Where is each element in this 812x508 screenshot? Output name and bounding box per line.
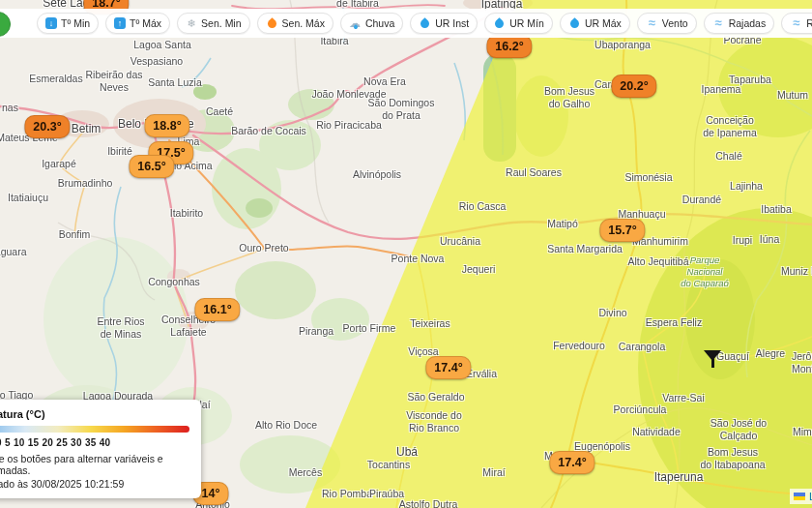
toolbar-button-label: UR Mín	[509, 17, 544, 29]
toolbar-button-rajadas-max[interactable]: Rajadas Max	[781, 13, 812, 34]
toolbar-button-rajadas[interactable]: Rajadas	[704, 13, 775, 34]
temperature-marker[interactable]: 15.7°	[599, 219, 645, 242]
toolbar-button-label: Rajadas Max	[806, 17, 812, 29]
toolbar-button-label: Sen. Máx	[282, 17, 325, 29]
rain-icon	[349, 17, 362, 29]
snow-icon	[186, 17, 197, 29]
drop-icon	[419, 17, 431, 30]
toolbar-button-vento[interactable]: Vento	[637, 13, 697, 34]
leaflet-flag-icon	[794, 493, 805, 500]
toolbar-button-ur-min[interactable]: UR Mín	[484, 13, 553, 34]
drop-icon	[568, 17, 581, 30]
temperature-marker[interactable]: 20.3°	[24, 115, 70, 138]
leaflet-attribution-link[interactable]: Leaflet	[790, 489, 812, 504]
toolbar-button-label: Rajadas	[729, 17, 767, 29]
temperature-marker[interactable]: 16.5°	[129, 155, 174, 178]
temperature-marker[interactable]: 17.4°	[425, 356, 471, 379]
flame-icon	[266, 17, 278, 30]
toolbar-button-t-min[interactable]: Tº Min	[37, 13, 99, 34]
temperature-marker[interactable]: 18.8°	[144, 114, 189, 137]
toolbar: Tº MinTº MáxSen. MinSen. MáxChuvaUR Inst…	[0, 9, 812, 38]
temperature-marker[interactable]: 17.4°	[549, 451, 594, 474]
toolbar-button-sen-min[interactable]: Sen. Min	[177, 13, 249, 34]
toolbar-button-chuva[interactable]: Chuva	[340, 13, 403, 34]
toolbar-button-sen-max[interactable]: Sen. Máx	[257, 13, 334, 34]
weather-map-app: Sete Lagoasde ItabiraIpatingaLagoa Santa…	[0, 0, 812, 508]
legend-panel: Temperatura (°C) 0 5 10 15 20 25 30 35 4…	[0, 400, 201, 498]
legend-hint: Use os botões para alternar variáveis e …	[0, 453, 201, 476]
temp-up-icon	[114, 17, 126, 29]
toolbar-button-label: Sen. Min	[201, 17, 241, 29]
toolbar-button-ur-inst[interactable]: UR Inst	[410, 13, 478, 34]
temperature-marker[interactable]: 16.1°	[194, 298, 240, 321]
toolbar-button-label: Chuva	[365, 17, 394, 29]
legend-title: Temperatura (°C)	[0, 408, 201, 420]
toolbar-button-t-max[interactable]: Tº Máx	[105, 13, 170, 34]
drop-icon	[493, 17, 506, 30]
toolbar-button-ur-max[interactable]: UR Máx	[560, 13, 630, 34]
toolbar-button-label: Tº Máx	[130, 17, 161, 29]
toolbar-button-label: Tº Min	[61, 17, 90, 29]
wind-icon	[712, 17, 725, 29]
wind-icon	[790, 17, 802, 29]
temperature-marker[interactable]: 20.2°	[611, 75, 656, 98]
legend-gradient-bar	[0, 426, 189, 433]
toolbar-button-label: UR Inst	[435, 17, 469, 29]
toolbar-button-label: UR Máx	[585, 17, 622, 29]
temperature-marker[interactable]: 16.2°	[486, 35, 532, 58]
temp-down-icon	[45, 17, 57, 29]
legend-scale: 0 5 10 15 20 25 30 35 40	[0, 437, 201, 448]
legend-updated: Atualizado às 30/08/2025 10:21:59	[0, 478, 201, 490]
wind-icon	[646, 17, 658, 29]
toolbar-button-label: Vento	[662, 17, 688, 29]
